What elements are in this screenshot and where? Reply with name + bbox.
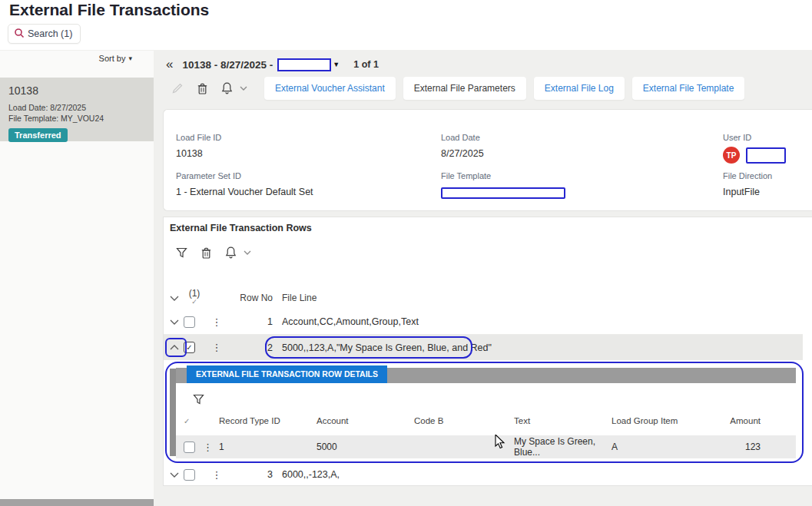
- record-bar: « 10138 - 8/27/2025 - ▼ 1 of 1: [166, 55, 379, 74]
- column-record-type-id: Record Type ID: [219, 416, 317, 425]
- row-no: 3: [228, 469, 273, 480]
- table-row-selected[interactable]: ✓ ⋮ 2 5000,,123,A,"My Space Is Green, Bl…: [164, 335, 803, 360]
- row-checkbox[interactable]: [184, 442, 195, 453]
- load-date-value: 8/27/2025: [50, 103, 86, 112]
- main-panel: « 10138 - 8/27/2025 - ▼ 1 of 1 External …: [154, 50, 812, 506]
- status-badge: Transferred: [8, 128, 68, 142]
- load-file-id-value: 10138: [176, 148, 221, 159]
- check-icon: ✓: [191, 298, 197, 306]
- annotation-file-line-highlight: [265, 336, 472, 359]
- file-template-input[interactable]: [441, 187, 565, 199]
- file-line: Account,CC,Amount,Group,Text: [282, 316, 803, 327]
- column-load-group-item: Load Group Item: [611, 416, 727, 425]
- kebab-menu-icon[interactable]: ⋮: [203, 442, 213, 453]
- external-file-template-button[interactable]: External File Template: [632, 77, 745, 100]
- tab-row-details[interactable]: EXTERNAL FILE TRANSACTION ROW DETAILS: [187, 365, 387, 383]
- chevron-down-icon[interactable]: [164, 472, 184, 478]
- rows-section-title: External File Transaction Rows: [170, 223, 312, 233]
- search-icon: [14, 28, 25, 41]
- sidebar-bottom-scrollbar[interactable]: [0, 499, 154, 506]
- search-button-label: Search (1): [28, 28, 72, 39]
- row-checkbox[interactable]: [184, 316, 195, 328]
- column-code-b: Code B: [414, 416, 514, 425]
- chevron-down-icon: ▾: [128, 55, 132, 62]
- external-voucher-assistant-button[interactable]: External Voucher Assistant: [264, 77, 396, 100]
- kebab-menu-icon[interactable]: ⋮: [212, 469, 222, 481]
- sort-by-control[interactable]: Sort by ▾: [99, 54, 132, 63]
- page-title: External File Transactions: [9, 1, 209, 19]
- amount-value: 123: [727, 442, 796, 452]
- column-file-line: File Line: [282, 293, 803, 303]
- table-row[interactable]: ⋮ 1 Account,CC,Amount,Group,Text: [164, 309, 803, 335]
- account-value: 5000: [317, 442, 414, 452]
- load-group-item-value: A: [611, 442, 727, 452]
- sidebar: Sort by ▾ 10138 Load Date: 8/27/2025 Fil…: [0, 50, 154, 506]
- edit-pencil-icon[interactable]: [171, 83, 184, 94]
- load-file-id-label: Load File ID: [176, 133, 221, 142]
- filter-icon[interactable]: [174, 247, 188, 259]
- field-parameter-set-id: Parameter Set ID 1 - External Voucher De…: [176, 171, 313, 197]
- user-id-label: User ID: [723, 133, 786, 142]
- file-line: 6000,,-123,A,: [282, 469, 803, 480]
- selected-count-header[interactable]: (1) ✓: [184, 289, 205, 306]
- bell-chevron-down-icon[interactable]: [237, 86, 250, 91]
- field-load-date: Load Date 8/27/2025: [441, 133, 484, 159]
- column-row-no: Row No: [228, 293, 273, 303]
- rows-table-header: (1) ✓ Row No File Line: [164, 286, 803, 309]
- load-date-label: Load Date: [441, 133, 484, 142]
- record-selector-input[interactable]: [277, 58, 331, 71]
- row-details-panel: EXTERNAL FILE TRANSACTION ROW DETAILS ✓ …: [165, 362, 804, 463]
- record-title: 10138 - 8/27/2025 -: [182, 59, 273, 71]
- record-detail-form: Load File ID 10138 Load Date 8/27/2025 U…: [163, 109, 812, 211]
- kebab-menu-icon[interactable]: ⋮: [212, 342, 222, 353]
- field-load-file-id: Load File ID 10138: [176, 133, 221, 159]
- details-table-row[interactable]: ⋮ 1 5000 My Space Is Green, Blue... A 12…: [176, 435, 796, 458]
- load-date-label: Load Date:: [8, 103, 48, 112]
- collapse-panel-icon[interactable]: «: [166, 57, 173, 72]
- column-account: Account: [317, 416, 414, 425]
- app-header: External File Transactions Search (1): [0, 0, 812, 50]
- chevron-down-icon[interactable]: [164, 319, 184, 325]
- record-id: 10138: [8, 84, 145, 97]
- delete-trash-icon[interactable]: [195, 83, 209, 94]
- record-load-date: Load Date: 8/27/2025: [8, 102, 145, 113]
- expand-all-chevron-icon[interactable]: [164, 296, 184, 301]
- delete-trash-icon[interactable]: [199, 247, 213, 259]
- filter-icon[interactable]: [193, 394, 204, 408]
- file-template-value: MY_VOU24: [61, 114, 104, 123]
- user-avatar: TP: [723, 147, 740, 164]
- transaction-rows-section: External File Transaction Rows: [163, 217, 812, 486]
- annotation-chevron-highlight: [165, 338, 187, 357]
- field-file-template: File Template: [441, 171, 565, 199]
- column-amount: Amount: [727, 416, 796, 425]
- external-file-parameters-button[interactable]: External File Parameters: [403, 77, 526, 100]
- parameter-set-id-value: 1 - External Voucher Default Set: [176, 187, 313, 197]
- sort-by-label: Sort by: [99, 54, 126, 63]
- notification-bell-icon[interactable]: [220, 82, 234, 94]
- search-button[interactable]: Search (1): [8, 24, 81, 44]
- record-selector-caret-icon[interactable]: ▼: [333, 61, 340, 68]
- external-file-transactions-page: External File Transactions Search (1) So…: [0, 0, 812, 506]
- user-id-input[interactable]: [746, 147, 786, 164]
- record-toolbar: External Voucher Assistant External File…: [171, 76, 744, 101]
- sidebar-record-card[interactable]: 10138 Load Date: 8/27/2025 File Template…: [0, 78, 154, 141]
- field-file-direction: File Direction InputFile: [723, 171, 772, 197]
- record-pager: 1 of 1: [353, 59, 379, 70]
- file-template-label: File Template:: [8, 114, 58, 123]
- load-date-value: 8/27/2025: [441, 148, 484, 159]
- table-row[interactable]: ⋮ 3 6000,,-123,A,: [164, 464, 803, 486]
- record-type-id-value: 1: [219, 442, 317, 452]
- bell-chevron-down-icon[interactable]: [240, 250, 254, 255]
- file-direction-label: File Direction: [723, 171, 772, 180]
- column-text: Text: [514, 416, 611, 425]
- external-file-log-button[interactable]: External File Log: [534, 77, 625, 100]
- kebab-menu-icon[interactable]: ⋮: [212, 316, 222, 328]
- details-table-header: ✓ Record Type ID Account Code B Text Loa…: [176, 411, 796, 431]
- row-checkbox[interactable]: [184, 469, 195, 481]
- parameter-set-id-label: Parameter Set ID: [176, 171, 313, 180]
- file-direction-value: InputFile: [723, 187, 772, 197]
- check-icon: ✓: [184, 417, 190, 425]
- rows-toolbar: [174, 246, 254, 259]
- file-template-label: File Template: [441, 171, 565, 180]
- notification-bell-icon[interactable]: [224, 246, 237, 259]
